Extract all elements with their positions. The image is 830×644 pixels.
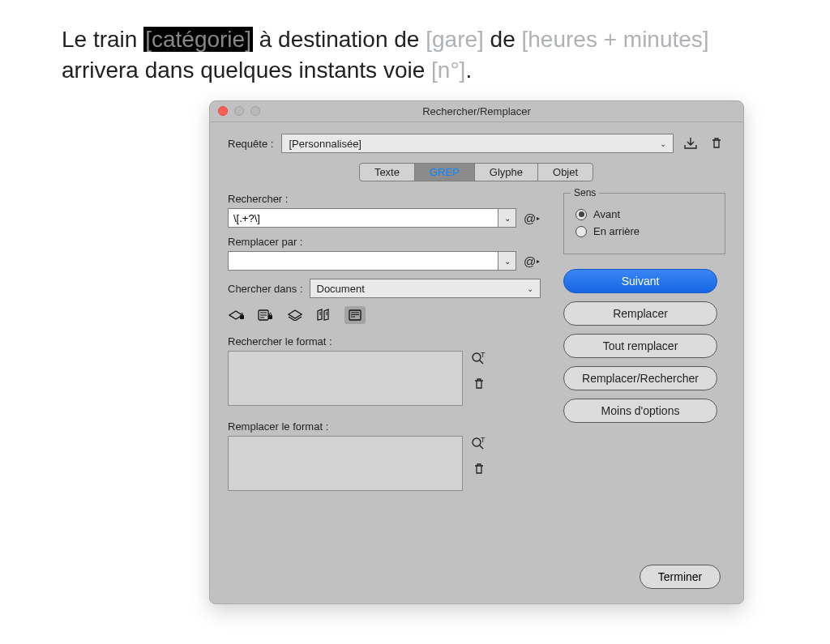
find-replace-dialog: Rechercher/Remplacer Requête : [Personna… bbox=[209, 100, 744, 604]
minimize-icon[interactable] bbox=[234, 106, 244, 116]
replace-format-box[interactable] bbox=[228, 436, 463, 491]
scope-label: Chercher dans : bbox=[228, 283, 303, 295]
fewer-options-button[interactable]: Moins d'options bbox=[563, 399, 717, 423]
specify-find-format-icon[interactable]: T bbox=[471, 352, 487, 365]
placeholder-gare: [gare] bbox=[426, 27, 484, 52]
direction-backward[interactable]: En arrière bbox=[575, 225, 713, 237]
chevron-down-icon: ⌄ bbox=[660, 139, 666, 148]
find-history-dropdown[interactable]: ⌄ bbox=[498, 209, 516, 227]
hidden-layers-icon[interactable] bbox=[286, 307, 304, 323]
query-value: [Personnalisée] bbox=[289, 138, 362, 150]
doc-frag-4: arrivera dans quelques instants voie bbox=[62, 58, 431, 83]
direction-forward-label: Avant bbox=[593, 208, 620, 220]
doc-frag-2: à destination de bbox=[253, 27, 426, 52]
find-format-label: Rechercher le format : bbox=[228, 335, 541, 348]
tab-grep[interactable]: GREP bbox=[414, 163, 475, 181]
doc-frag-5: . bbox=[465, 58, 472, 83]
window-controls bbox=[218, 106, 260, 116]
scope-value: Document bbox=[317, 283, 365, 295]
find-input[interactable] bbox=[229, 209, 498, 227]
replace-label: Remplacer par : bbox=[228, 236, 541, 248]
direction-backward-label: En arrière bbox=[593, 225, 640, 237]
save-query-icon[interactable] bbox=[682, 134, 700, 152]
replace-field[interactable]: ⌄ bbox=[228, 251, 516, 271]
svg-rect-0 bbox=[240, 315, 244, 319]
find-special-menu-icon[interactable]: @ bbox=[523, 211, 541, 225]
svg-point-4 bbox=[473, 353, 481, 361]
specify-replace-format-icon[interactable]: T bbox=[471, 437, 487, 450]
svg-text:T: T bbox=[481, 437, 486, 444]
svg-point-6 bbox=[473, 438, 481, 446]
close-icon[interactable] bbox=[218, 106, 228, 116]
dialog-titlebar: Rechercher/Remplacer bbox=[210, 101, 743, 122]
placeholder-catégorie: [catégorie] bbox=[143, 27, 253, 52]
zoom-icon[interactable] bbox=[250, 106, 260, 116]
svg-rect-2 bbox=[268, 315, 272, 319]
clear-find-format-icon[interactable] bbox=[473, 377, 485, 390]
direction-legend: Sens bbox=[571, 187, 599, 198]
find-format-box[interactable] bbox=[228, 351, 463, 406]
placeholder-no: [n°] bbox=[431, 58, 465, 83]
clear-replace-format-icon[interactable] bbox=[473, 463, 485, 476]
locked-stories-icon[interactable] bbox=[257, 307, 275, 323]
replace-button[interactable]: Remplacer bbox=[563, 301, 717, 326]
tab-glyphe[interactable]: Glyphe bbox=[474, 163, 538, 181]
direction-group: Sens Avant En arrière bbox=[563, 193, 725, 254]
dialog-title: Rechercher/Remplacer bbox=[422, 105, 531, 117]
replace-all-button[interactable]: Tout remplacer bbox=[563, 334, 717, 358]
replace-input[interactable] bbox=[229, 252, 498, 270]
chevron-down-icon: ⌄ bbox=[527, 284, 533, 293]
master-pages-icon[interactable] bbox=[315, 307, 333, 323]
find-label: Rechercher : bbox=[228, 193, 541, 205]
next-button[interactable]: Suivant bbox=[563, 269, 717, 293]
footnotes-icon[interactable] bbox=[344, 306, 366, 324]
replace-history-dropdown[interactable]: ⌄ bbox=[498, 252, 516, 270]
tab-texte[interactable]: Texte bbox=[359, 163, 415, 181]
query-select[interactable]: [Personnalisée] ⌄ bbox=[281, 134, 674, 153]
replace-special-menu-icon[interactable]: @ bbox=[523, 254, 541, 268]
find-field[interactable]: ⌄ bbox=[228, 208, 516, 228]
tab-objet[interactable]: Objet bbox=[537, 163, 593, 181]
search-options-toolbar bbox=[228, 306, 541, 324]
placeholder-heures-minutes: [heures + minutes] bbox=[522, 27, 709, 52]
document-text: Le train [catégorie] à destination de [g… bbox=[62, 24, 791, 86]
svg-text:T: T bbox=[481, 352, 486, 359]
replace-format-label: Remplacer le format : bbox=[228, 420, 541, 433]
replace-find-button[interactable]: Remplacer/Rechercher bbox=[563, 366, 717, 390]
locked-layers-icon[interactable] bbox=[228, 307, 246, 323]
done-button[interactable]: Terminer bbox=[640, 565, 721, 589]
radio-icon bbox=[575, 226, 587, 237]
query-label: Requête : bbox=[228, 138, 273, 150]
delete-query-icon[interactable] bbox=[708, 134, 725, 152]
radio-icon bbox=[575, 209, 587, 220]
direction-forward[interactable]: Avant bbox=[575, 208, 713, 220]
doc-frag-1: Le train bbox=[62, 27, 143, 52]
mode-tabs: Texte GREP Glyphe Objet bbox=[228, 163, 725, 181]
doc-frag-3: de bbox=[484, 27, 522, 52]
scope-select[interactable]: Document ⌄ bbox=[310, 279, 541, 298]
